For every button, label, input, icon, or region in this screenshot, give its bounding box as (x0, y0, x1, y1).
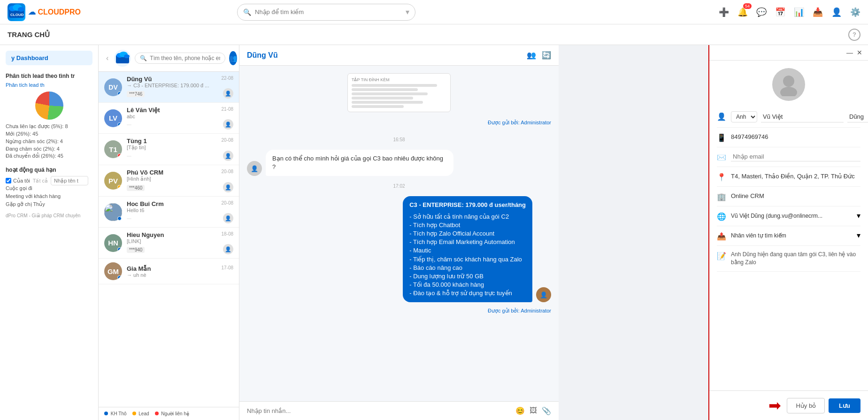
info-address-row: 📍 T4, Masteri, Thảo Điền, Quận 2, TP. Th… (717, 167, 860, 187)
msg-right-f7: - Dung lượng lưu trữ 50 GB (409, 272, 526, 281)
cancel-button[interactable]: Hủy bỏ (787, 398, 825, 413)
activity-item-1[interactable]: Meeting với khách hàng (6, 193, 92, 199)
msg-right-f4: - Mautic (409, 246, 526, 255)
account-dropdown[interactable]: Vũ Việt Dũng (dung.vu@onlinecrm... ▾ (731, 211, 860, 220)
legend-lead: Lead (132, 411, 149, 416)
chat-overlay: ‹ 🔍 👥 › DV (99, 45, 559, 420)
dashboard-tab[interactable]: y Dashboard (6, 51, 92, 65)
chat-icon[interactable]: 💬 (756, 7, 767, 17)
chevron-down-icon: ▾ (406, 8, 409, 16)
last-name-input[interactable] (847, 111, 868, 122)
attach-icon[interactable]: 📎 (542, 406, 551, 415)
chart-icon[interactable]: 📊 (794, 7, 804, 17)
note-value: Anh Dũng hiện đang quan tâm gói C3, liên… (731, 251, 860, 267)
search-input[interactable] (255, 8, 402, 15)
emoji-icon[interactable]: 😊 (515, 406, 525, 415)
help-button[interactable]: ? (848, 29, 860, 41)
contact-list-panel: ‹ 🔍 👥 › DV (99, 45, 239, 420)
chevron-down-account: ▾ (857, 211, 860, 220)
info-name-row: 👤 Anh Chị (717, 107, 860, 128)
contact-name-3: Phú Võ CRM (127, 169, 163, 176)
company-value: Online CRM (731, 192, 764, 199)
footer-text: dPro CRM - Giải pháp CRM chuyên (6, 213, 92, 218)
refresh-icon[interactable]: 🔄 (542, 51, 551, 60)
contact-list-header: ‹ 🔍 👥 › (99, 45, 239, 72)
footer-buttons: ➡ Hủy bỏ Lưu (768, 397, 860, 414)
salutation-select[interactable]: Anh Chị (731, 111, 757, 122)
filter-checkbox-input[interactable] (6, 178, 11, 183)
msg-row-left: 👤 Bạn có thể cho mình hỏi giá của gọi C3… (247, 150, 551, 176)
panel-footer: ➡ Hủy bỏ Lưu (709, 390, 868, 420)
svg-point-10 (780, 87, 797, 96)
contact-search-input[interactable] (150, 55, 220, 61)
info-source-content: Nhân viên tự tìm kiếm ▾ (731, 231, 860, 240)
user-icon[interactable]: 👤 (831, 7, 842, 17)
msg-right-f6: - Báo cáo nâng cao (409, 264, 526, 272)
contact-item-5[interactable]: HN Hieu Nguyen 18-08 [LINK] ***940 👤 (99, 228, 239, 259)
add-member-icon[interactable]: 👥 (527, 51, 536, 60)
email-input[interactable] (731, 152, 860, 161)
stat-item: Ngừng chăm sóc (2%): 4 (6, 138, 92, 145)
contact-avatar-2: T1 (104, 140, 122, 158)
info-note-row: 📝 Anh Dũng hiện đang quan tâm gói C3, li… (717, 246, 860, 272)
first-name-input[interactable] (761, 111, 844, 122)
filter-all-label: Tất cả (33, 178, 48, 184)
settings-icon[interactable]: ⚙️ (850, 7, 860, 17)
filter-name-input[interactable] (51, 176, 88, 185)
contact-item-0[interactable]: DV Dũng Vũ 22-08 → C3 - ENTERPRISE: 179.… (99, 72, 239, 103)
msg-row-right: C3 - ENTERPRISE: 179.000 đ user/tháng - … (247, 196, 551, 302)
notification-badge: 54 (743, 3, 752, 9)
info-account-content: Vũ Việt Dũng (dung.vu@onlinecrm... ▾ (731, 211, 860, 220)
image-icon[interactable]: 🖼 (530, 406, 537, 415)
info-name-fields: Anh Chị (731, 111, 868, 122)
svg-point-8 (124, 54, 130, 58)
msg-avatar-right: 👤 (536, 287, 551, 302)
contact-tag-4 (127, 218, 131, 219)
calendar-icon[interactable]: 📅 (775, 7, 785, 17)
close-icon[interactable]: ✕ (857, 49, 862, 56)
bell-icon[interactable]: 🔔 54 (737, 7, 748, 17)
contact-avatar-large (772, 68, 805, 101)
group-icon-button[interactable]: 👥 (229, 51, 237, 65)
contact-avatar-3: PV (104, 172, 122, 190)
activity-item-2[interactable]: Gặp gỡ chị Thủy (6, 201, 92, 207)
msg-bubble-left: Bạn có thể cho mình hỏi giá của gọi C3 b… (266, 150, 453, 176)
chat-input[interactable] (247, 407, 511, 414)
msg-avatar-left: 👤 (247, 161, 262, 176)
source-dropdown[interactable]: Nhân viên tự tìm kiếm ▾ (731, 231, 860, 240)
contact-info-1: Lê Văn Việt 21-08 abc 👤 (127, 107, 233, 130)
add-icon[interactable]: ➕ (719, 7, 729, 17)
activity-item-0[interactable]: Cuộc gọi đi (6, 185, 92, 191)
save-button[interactable]: Lưu (829, 398, 860, 413)
nav-prev-icon[interactable]: ‹ (104, 52, 110, 64)
stat-item: Đã chuyển đổi (26%): 45 (6, 153, 92, 159)
msg-right-f1: - Tích hợp Chatbot (409, 221, 526, 229)
minimize-icon[interactable]: — (846, 49, 853, 56)
legend-kh-tho: KH Thô (104, 411, 127, 416)
contact-item-2[interactable]: T1 Tùng 1 20-08 [Tập tin] 👤 (99, 134, 239, 165)
contact-tag-0: ***746 (127, 91, 145, 97)
inbox-icon[interactable]: 📥 (813, 7, 823, 17)
contact-preview-1: abc (127, 114, 233, 119)
contact-preview-6: → uh nè (127, 272, 233, 278)
online-dot-0 (117, 92, 122, 96)
contact-item-1[interactable]: LV Lê Văn Việt 21-08 abc 👤 (99, 103, 239, 134)
contact-preview-3: [Hình ảnh] (127, 176, 233, 182)
contact-item-4[interactable]: Hoc Bui Crm 20-08 Hello t6 👤 (99, 197, 239, 228)
chat-header-name: Dũng Vũ (247, 51, 521, 60)
logo-area: CLOUD ☁ CLOUDPRO (8, 3, 83, 21)
account-value: Vũ Việt Dũng (dung.vu@onlinecrm... (731, 213, 822, 219)
msg-right-title: C3 - ENTERPRISE: 179.000 đ user/tháng (409, 201, 526, 209)
filter-checkbox[interactable]: Của tôi (6, 178, 30, 184)
contact-search-bar[interactable]: 🔍 (135, 53, 225, 64)
contact-item-6[interactable]: GM Gia Mẫn 17-08 → uh nè (99, 259, 239, 284)
contact-time-6: 17-08 (221, 265, 233, 272)
contact-preview-4: Hello t6 (127, 207, 233, 213)
search-bar[interactable]: 🔍 ▾ (237, 4, 415, 21)
source-icon: 📤 (717, 232, 726, 241)
contact-item-3[interactable]: PV Phú Võ CRM 20-08 [Hình ảnh] ***460 👤 (99, 165, 239, 197)
company-icon: 🏢 (717, 192, 726, 201)
online-dot-1 (117, 122, 122, 127)
contact-icon-2: 👤 (223, 151, 233, 161)
contact-avatar-6: GM (104, 262, 122, 280)
